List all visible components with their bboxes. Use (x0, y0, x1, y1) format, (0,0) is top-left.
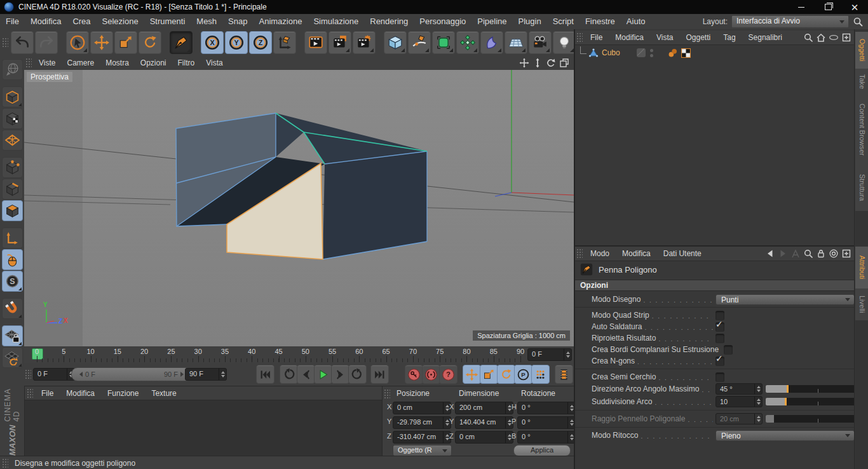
record-keyframe-button[interactable] (405, 365, 423, 384)
lock-icon[interactable] (816, 248, 826, 259)
polygons-mode-button[interactable] (2, 200, 23, 221)
visibility-dots-icon[interactable] (650, 48, 653, 58)
add-light-button[interactable] (553, 31, 576, 54)
object-manager-menu-oggetti[interactable]: Oggetti (680, 33, 717, 42)
attribute-manager-menu-modo[interactable]: Modo (584, 249, 616, 258)
viewport-menu-filtro[interactable]: Filtro (172, 58, 201, 67)
mouse-input-mode-button[interactable] (2, 249, 23, 270)
coord-input-dimensione-z[interactable]: 0 cm (455, 431, 513, 444)
add-panel-icon[interactable] (841, 32, 851, 43)
close-button[interactable]: ✕ (841, 0, 868, 14)
lock-y-axis-button[interactable]: Y (225, 31, 248, 54)
rotate-tool-button[interactable] (139, 31, 161, 54)
keyframe-help-button[interactable]: ? (439, 365, 458, 384)
attribute-manager-tab-attributi[interactable]: Attributi (855, 247, 868, 289)
model-mode-button[interactable] (2, 86, 23, 107)
viewport-zoom-icon[interactable] (532, 58, 543, 68)
attribute-manager-grip[interactable] (576, 248, 583, 259)
object-row-cubo[interactable]: Cubo (575, 45, 855, 60)
view-label[interactable]: Prospettiva (27, 72, 72, 82)
menu-mesh[interactable]: Mesh (191, 17, 222, 26)
target-icon[interactable] (829, 248, 839, 259)
transport-grip[interactable] (25, 369, 31, 379)
menu-finestre[interactable]: Finestre (580, 17, 621, 26)
apply-button[interactable]: Applica (513, 445, 571, 456)
lock-z-axis-button[interactable]: Z (249, 31, 272, 54)
viewport-solo-mode-button[interactable]: S (2, 271, 23, 292)
section-header-opzioni[interactable]: Opzioni (575, 280, 855, 291)
material-menu-file[interactable]: File (35, 389, 60, 398)
menu-animazione[interactable]: Animazione (253, 17, 308, 26)
move-tool-button[interactable] (90, 31, 113, 54)
polygon-object-icon[interactable] (588, 48, 599, 58)
restore-button[interactable] (815, 0, 841, 14)
uvw-tag-icon[interactable] (681, 48, 691, 58)
coordinate-system-button[interactable] (273, 31, 296, 54)
menu-simulazione[interactable]: Simulazione (308, 17, 364, 26)
object-name[interactable]: Cubo (602, 48, 620, 57)
object-manager-menu-segnalibri[interactable]: Segnalibri (742, 33, 789, 42)
menu-pipeline[interactable]: Pipeline (471, 17, 512, 26)
menu-script[interactable]: Script (547, 17, 580, 26)
checkbox-checked[interactable]: ✓ (715, 357, 724, 366)
slider[interactable] (766, 415, 856, 423)
checkbox-unchecked[interactable] (724, 345, 733, 355)
live-selection-button[interactable] (66, 31, 89, 54)
coord-input-dimensione-x[interactable]: 200 cm (455, 402, 513, 414)
search-icon[interactable] (803, 32, 813, 43)
history-icon[interactable] (790, 248, 801, 259)
deformer-button[interactable] (480, 31, 503, 54)
range-left-arrow-icon[interactable] (77, 372, 83, 377)
toolbar-grip[interactable] (2, 37, 8, 48)
slider[interactable] (766, 398, 856, 405)
preview-range-slider[interactable]: 0 F 90 F (71, 367, 192, 381)
undo-button[interactable] (11, 31, 34, 54)
viewport-grip[interactable] (25, 58, 32, 68)
attribute-manager-tab-livelli[interactable]: Livelli (855, 289, 868, 320)
ruler-frame-spinner[interactable]: 0 F (527, 348, 572, 361)
add-camera-button[interactable] (529, 31, 552, 54)
menu-aiuto[interactable]: Aiuto (621, 17, 651, 26)
object-manager-grip[interactable] (576, 32, 583, 43)
material-grip[interactable] (27, 388, 33, 398)
menu-rendering[interactable]: Rendering (364, 17, 414, 26)
align-workplane-button[interactable] (2, 347, 23, 368)
perspective-viewport[interactable]: Y Z X Prospettiva Spaziatura Griglia : 1… (24, 70, 574, 347)
object-manager-tab-content-browser[interactable]: Content Browser (855, 95, 868, 164)
viewport-menu-vista[interactable]: Vista (200, 58, 228, 67)
coordinates-grip[interactable] (384, 389, 390, 399)
nav-back-icon[interactable] (765, 248, 775, 259)
make-editable-button[interactable] (2, 59, 23, 80)
viewport-maximize-icon[interactable] (559, 58, 569, 68)
checkbox-unchecked[interactable] (715, 372, 724, 382)
add-panel-icon[interactable] (841, 248, 851, 259)
viewport-menu-camere[interactable]: Camere (61, 58, 100, 67)
menu-selezione[interactable]: Selezione (97, 17, 144, 26)
checkbox-checked[interactable]: ✓ (715, 322, 724, 332)
checkbox-unchecked[interactable] (715, 334, 724, 343)
menu-plugin[interactable]: Plugin (513, 17, 547, 26)
subdivision-surface-button[interactable] (432, 31, 455, 54)
filter-eye-icon[interactable] (829, 32, 839, 43)
redo-button[interactable] (35, 31, 58, 54)
coord-input-rotazione-b[interactable]: 0 ° (517, 431, 576, 444)
viewport-menu-mostra[interactable]: Mostra (100, 58, 135, 67)
key-rotation-toggle-button[interactable] (497, 365, 515, 384)
spline-pen-button[interactable] (408, 31, 431, 54)
layout-select[interactable]: Interfaccia di Avvio (731, 15, 849, 28)
autokeying-button[interactable] (422, 365, 440, 384)
scale-tool-button[interactable] (114, 31, 137, 54)
nav-forward-icon[interactable] (778, 248, 788, 259)
render-view-button[interactable] (304, 31, 327, 54)
slider[interactable] (766, 385, 856, 393)
go-to-start-button[interactable] (256, 365, 275, 384)
menu-crea[interactable]: Crea (67, 17, 96, 26)
menu-file[interactable]: File (0, 17, 25, 26)
menu-snap[interactable]: Snap (222, 17, 253, 26)
key-position-toggle-button[interactable] (463, 365, 481, 384)
menu-modifica[interactable]: Modifica (25, 17, 67, 26)
value-input[interactable]: 20 cm (715, 413, 763, 425)
end-frame-spinner[interactable]: 90 F (185, 368, 227, 381)
play-forward-button[interactable] (314, 365, 332, 384)
menu-personaggio[interactable]: Personaggio (414, 17, 471, 26)
